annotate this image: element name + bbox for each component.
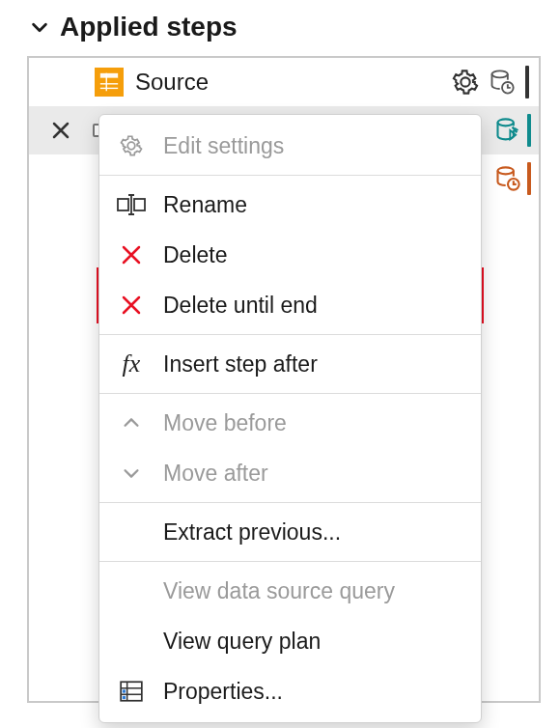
menu-view-data-source-query: View data source query	[99, 566, 481, 616]
svg-rect-11	[118, 199, 128, 210]
database-clock-icon[interactable]	[489, 69, 516, 96]
menu-label: Delete	[163, 242, 227, 268]
table-icon	[95, 68, 124, 97]
gear-icon[interactable]	[452, 69, 479, 96]
svg-rect-19	[123, 696, 126, 699]
menu-insert-step-after[interactable]: fx Insert step after	[99, 339, 481, 389]
close-icon	[117, 294, 146, 317]
status-bar-icon	[527, 114, 531, 147]
svg-point-9	[498, 167, 514, 174]
svg-point-8	[498, 119, 514, 126]
menu-separator	[99, 502, 481, 503]
chevron-up-icon	[117, 412, 146, 434]
menu-delete[interactable]: Delete	[99, 230, 481, 280]
menu-move-before: Move before	[99, 398, 481, 448]
gear-icon	[117, 133, 146, 158]
menu-rename[interactable]: Rename	[99, 180, 481, 230]
chevron-down-icon	[117, 462, 146, 484]
menu-label: Extract previous...	[163, 519, 341, 546]
svg-point-6	[492, 70, 508, 77]
applied-steps-title: Applied steps	[60, 12, 238, 42]
menu-separator	[99, 175, 481, 176]
menu-view-query-plan[interactable]: View query plan	[99, 616, 481, 666]
menu-separator	[99, 334, 481, 335]
menu-label: View data source query	[163, 578, 395, 604]
close-icon	[117, 243, 146, 266]
chevron-down-icon	[29, 16, 50, 38]
fx-icon: fx	[117, 350, 146, 378]
menu-label: View query plan	[163, 629, 321, 655]
step-context-menu: Edit settings Rename Delete	[98, 114, 482, 723]
database-native-icon[interactable]	[494, 117, 521, 144]
menu-separator	[99, 561, 481, 562]
menu-label: Move after	[163, 461, 268, 487]
svg-rect-18	[123, 689, 126, 692]
svg-rect-12	[134, 199, 145, 210]
menu-label: Delete until end	[163, 293, 318, 319]
menu-edit-settings: Edit settings	[99, 121, 481, 171]
menu-label: Move before	[163, 410, 287, 436]
status-bar-icon	[527, 162, 531, 195]
status-bar-icon	[525, 66, 529, 98]
steps-list: Source	[27, 56, 541, 703]
menu-label: Edit settings	[163, 133, 284, 159]
menu-properties[interactable]: Properties...	[99, 666, 481, 716]
menu-extract-previous[interactable]: Extract previous...	[99, 507, 481, 557]
menu-label: Insert step after	[163, 351, 318, 378]
step-label: Source	[135, 69, 209, 96]
menu-delete-until-end[interactable]: Delete until end	[99, 280, 481, 330]
applied-steps-pane: Applied steps Source	[0, 0, 560, 703]
menu-separator	[99, 393, 481, 394]
hidden-rows-icons	[494, 114, 531, 195]
database-clock-orange-icon[interactable]	[494, 165, 521, 192]
step-row-source[interactable]: Source	[29, 58, 539, 106]
properties-icon	[117, 679, 146, 704]
menu-label: Rename	[163, 192, 247, 218]
menu-label: Properties...	[163, 679, 283, 705]
applied-steps-header[interactable]: Applied steps	[0, 12, 560, 50]
delete-step-button[interactable]	[41, 106, 81, 154]
svg-rect-1	[100, 73, 118, 79]
rename-icon	[117, 193, 146, 216]
menu-move-after: Move after	[99, 448, 481, 498]
